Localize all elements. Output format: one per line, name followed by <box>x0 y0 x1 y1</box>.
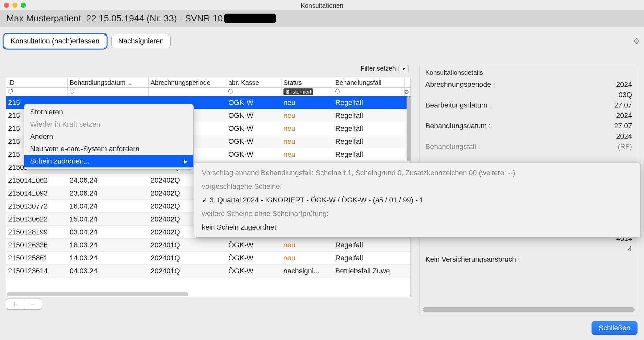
cell-status: neu <box>282 253 333 264</box>
col-periode[interactable]: Abrechnungsperiode <box>149 78 226 88</box>
cell-status: neu <box>282 136 333 147</box>
table-header: ID Behandlungsdatum ⌄ Abrechnungsperiode… <box>6 77 410 88</box>
cell-status: neu <box>282 123 333 134</box>
col-kasse[interactable]: abr. Kasse <box>226 78 282 88</box>
filter-id-radio[interactable] <box>8 89 13 94</box>
patient-header-text: Max Musterpatient_22 15.05.1944 (Nr. 33)… <box>6 13 223 24</box>
menu-wieder-in-kraft: Wieder in Kraft setzen <box>24 118 193 130</box>
cell-fall: Betriebsfall Zuwe <box>333 266 405 277</box>
cell-id: 2150126336 <box>6 240 68 251</box>
detail-behandlungsfall-label: Behandlungsfall : <box>425 142 480 151</box>
col-fall[interactable]: Behandlungsfall <box>333 78 405 88</box>
cell-kasse: ÖGK-W <box>226 97 282 108</box>
konsultation-erfassen-button[interactable]: Konsultation (nach)erfassen <box>4 34 106 48</box>
submenu-schein-option[interactable]: ✓3. Quartal 2024 - IGNORIERT - ÖGK-W / Ö… <box>194 193 640 207</box>
table-row[interactable]: 215012633618.03.24202401QÖGK-WneuRegelfa… <box>6 239 410 252</box>
detail-abrechnungsperiode-label: Abrechnungsperiode : <box>425 80 495 89</box>
filter-kasse-radio[interactable] <box>228 89 233 94</box>
table-row[interactable]: 215012586114.03.24202401QÖGK-WneuRegelfa… <box>6 252 410 265</box>
schliessen-button[interactable]: Schließen <box>592 321 638 335</box>
menu-stornieren[interactable]: Stornieren <box>24 106 193 118</box>
cell-id: 2150130622 <box>6 214 68 225</box>
submenu-arrow-icon: ▶ <box>184 158 188 164</box>
svnr-redacted <box>224 14 276 23</box>
cell-id: 2150141062 <box>6 175 68 186</box>
submenu-vorschlag: Vorschlag anhand Behandlungsfall: Schein… <box>194 166 640 180</box>
cell-fall: Regelfall <box>333 136 405 147</box>
cell-kasse: ÖGK-W <box>226 240 282 251</box>
context-menu: Stornieren Wieder in Kraft setzen Ändern… <box>24 104 194 170</box>
cell-kasse: ÖGK-W <box>226 136 282 147</box>
cell-datum: 15.04.24 <box>68 214 149 225</box>
details-title: Konsultationsdetails <box>425 69 632 76</box>
column-config-gear-icon[interactable]: ⚙ <box>404 88 409 96</box>
cell-datum: 24.06.24 <box>68 175 149 186</box>
cell-kasse: ÖGK-W <box>226 123 282 134</box>
cell-status: neu <box>282 240 333 251</box>
detail-bearbeitungsdatum-label: Bearbeitungsdatum : <box>425 101 491 109</box>
cell-fall: Regelfall <box>333 240 405 251</box>
cell-fall: Regelfall <box>333 253 405 264</box>
cell-datum: 03.04.24 <box>68 227 149 238</box>
filter-toggle-button[interactable]: ▼ <box>398 65 409 72</box>
cell-fall: Regelfall <box>333 123 405 134</box>
cell-periode: 202401Q <box>149 240 226 251</box>
cell-status: neu <box>282 97 333 108</box>
table-vertical-scrollbar[interactable] <box>407 96 410 161</box>
filter-fall-radio[interactable] <box>335 89 340 94</box>
cell-fall: Regelfall <box>333 110 405 121</box>
col-status[interactable]: Status <box>282 78 333 88</box>
cell-kasse: ÖGK-W <box>226 266 282 277</box>
status-filter-pill[interactable]: ⊗-storniert <box>283 88 313 95</box>
add-row-button[interactable]: + <box>6 299 24 310</box>
checkmark-icon: ✓ <box>202 196 208 204</box>
cell-datum: 18.03.24 <box>68 240 149 251</box>
table-row[interactable]: 215012361404.03.24202401QÖGK-Wnachsigni.… <box>6 265 410 278</box>
nachsignieren-button[interactable]: Nachsignieren <box>111 34 171 48</box>
window-title: Konsultationen <box>0 2 644 9</box>
menu-neu-ecard[interactable]: Neu vom e-card-System anfordern <box>24 143 193 155</box>
cell-kasse: ÖGK-W <box>226 110 282 121</box>
cell-fall: Regelfall <box>333 149 405 160</box>
submenu-vorgeschlagene-label: vorgeschlagene Scheine: <box>194 180 640 193</box>
col-id[interactable]: ID <box>6 78 68 88</box>
cell-status: nachsigni... <box>282 266 333 277</box>
cell-datum: 16.04.24 <box>68 201 149 212</box>
cell-status: neu <box>282 110 333 121</box>
table-filter-row: ⊗-storniert ⚙ <box>6 88 410 96</box>
settings-gear-icon[interactable]: ⚙ <box>633 37 640 46</box>
remove-row-button[interactable]: − <box>24 299 42 310</box>
cell-periode: 202401Q <box>149 266 226 277</box>
cell-id: 2150123614 <box>6 266 68 277</box>
filter-label: Filter setzen <box>361 65 396 72</box>
patient-header: Max Musterpatient_22 15.05.1944 (Nr. 33)… <box>0 10 644 27</box>
col-datum[interactable]: Behandlungsdatum ⌄ <box>68 77 149 88</box>
details-horizontal-scrollbar[interactable] <box>423 307 635 312</box>
cell-kasse: ÖGK-W <box>226 253 282 264</box>
cell-datum: 23.06.24 <box>68 188 149 199</box>
cell-id: 2150125861 <box>6 253 68 264</box>
menu-schein-zuordnen[interactable]: Schein zuordnen...▶ <box>24 155 193 167</box>
cell-kasse: ÖGK-W <box>226 149 282 160</box>
cell-fall: Regelfall <box>333 97 405 108</box>
cell-periode: 202401Q <box>149 253 226 264</box>
detail-behandlungsdatum-label: Behandlungsdatum : <box>425 122 491 130</box>
cell-datum: 04.03.24 <box>68 266 149 277</box>
detail-kein-anspruch-label: Kein Versicherungsanspruch : <box>425 255 520 264</box>
schein-submenu: Vorschlag anhand Behandlungsfall: Schein… <box>194 163 641 238</box>
filter-datum-radio[interactable] <box>70 89 74 94</box>
cell-status: neu <box>282 149 333 160</box>
menu-aendern[interactable]: Ändern <box>24 130 193 143</box>
cell-id: 2150141093 <box>6 188 68 199</box>
cell-datum: 14.03.24 <box>68 253 149 264</box>
submenu-weitere-label: weitere Scheine ohne Scheinartprüfung: <box>194 207 640 221</box>
cell-id: 2150128199 <box>6 227 68 238</box>
submenu-kein-schein[interactable]: kein Schein zugeordnet <box>194 221 640 234</box>
cell-id: 2150130772 <box>6 201 68 212</box>
table-horizontal-scrollbar[interactable] <box>7 292 188 296</box>
